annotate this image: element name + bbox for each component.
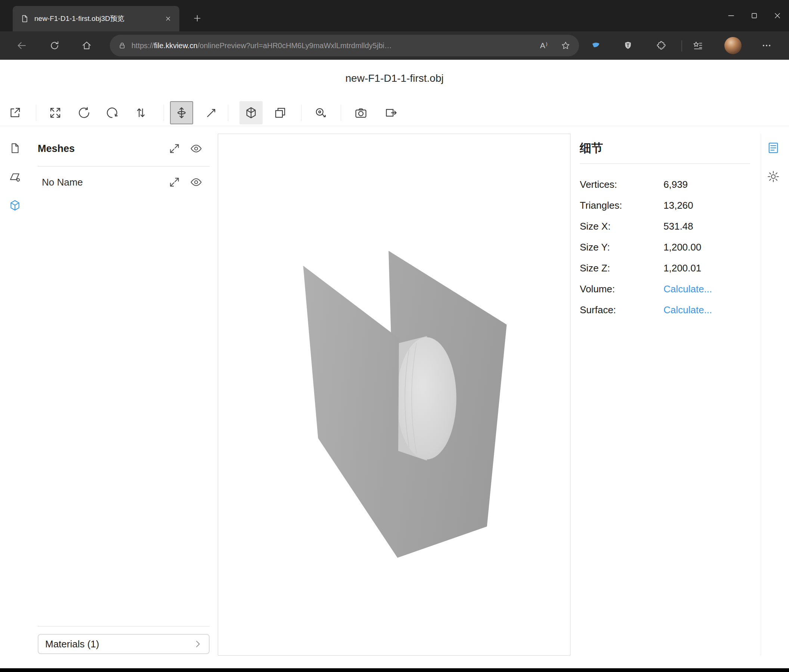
details-list-icon — [767, 141, 780, 154]
eye-icon — [190, 142, 203, 155]
tab-title: new-F1-D1-1-first.obj3D预览 — [34, 14, 157, 24]
browser-navbar: https://file.kkview.cn/onlinePreview?url… — [0, 31, 789, 60]
camera-icon — [354, 106, 367, 119]
detail-value: 531.48 — [663, 221, 693, 232]
extension-button-shield[interactable] — [618, 35, 639, 56]
window-close-button[interactable] — [766, 0, 789, 31]
window-maximize-button[interactable] — [743, 0, 766, 31]
detail-label: Size X: — [580, 221, 663, 232]
mesh-visibility-button[interactable] — [190, 176, 203, 188]
url-domain: file.kkview.cn — [154, 41, 198, 49]
fit-view-icon — [49, 106, 62, 119]
rotate-horizontal-icon — [77, 106, 91, 119]
toolbar-bottom-rule — [0, 126, 789, 126]
home-button[interactable] — [76, 35, 97, 56]
back-button[interactable] — [11, 35, 32, 56]
plane-left — [303, 266, 399, 558]
detail-value: 1,200.00 — [663, 242, 701, 253]
bird-extension-icon — [591, 40, 601, 51]
mesh-name: No Name — [42, 177, 159, 188]
model-cube-icon — [9, 199, 21, 212]
detail-value: 13,260 — [663, 200, 693, 211]
mesh-list-item[interactable]: No Name — [42, 172, 209, 192]
detail-label: Volume: — [580, 283, 663, 295]
detail-label: Triangles: — [580, 200, 663, 211]
url-text: https://file.kkview.cn/onlinePreview?url… — [131, 41, 530, 50]
materials-button[interactable]: Materials (1) — [38, 634, 209, 654]
navbar-divider — [681, 40, 682, 51]
detail-value: 1,200.01 — [663, 263, 701, 274]
orthographic-box-icon — [273, 106, 287, 119]
sidebar-materials-button[interactable] — [5, 167, 26, 188]
cylinder-cap — [397, 337, 457, 459]
move-tool-button[interactable] — [170, 101, 193, 124]
sidebar-model-button[interactable] — [5, 195, 26, 216]
chevron-right-icon — [192, 639, 203, 649]
extension-button-blue[interactable] — [585, 35, 606, 56]
shield-extension-icon — [623, 40, 633, 51]
visibility-all-button[interactable] — [190, 142, 203, 155]
flip-vertical-button[interactable] — [129, 101, 152, 124]
address-bar[interactable]: https://file.kkview.cn/onlinePreview?url… — [110, 35, 579, 56]
calculate-surface-link[interactable]: Calculate... — [663, 304, 712, 316]
detail-value: 6,939 — [663, 179, 688, 190]
expand-icon — [168, 176, 180, 188]
details-header: 细节 — [580, 140, 603, 156]
materials-icon — [9, 170, 21, 183]
new-tab-button[interactable] — [188, 10, 206, 27]
measure-line-button[interactable] — [200, 101, 223, 124]
export-icon — [385, 106, 398, 119]
mesh-zoom-button[interactable] — [168, 176, 181, 188]
measure-line-icon — [205, 106, 218, 119]
window-minimize-button[interactable] — [720, 0, 743, 31]
toolbar-divider — [228, 105, 228, 121]
perspective-cube-icon — [244, 106, 258, 119]
favorite-star-icon[interactable] — [557, 37, 574, 54]
file-icon — [9, 142, 21, 154]
settings-button[interactable] — [763, 166, 784, 187]
favorites-bar-button[interactable] — [687, 35, 708, 56]
bottom-black-bar — [0, 668, 789, 672]
browser-menu-button[interactable] — [756, 35, 777, 56]
perspective-view-button[interactable] — [240, 101, 263, 124]
rotate-horizontal-button[interactable] — [72, 101, 96, 124]
detail-row-triangles: Triangles: 13,260 — [580, 195, 750, 216]
details-toggle-button[interactable] — [763, 137, 784, 158]
favorites-list-icon — [693, 40, 703, 51]
detail-row-size-y: Size Y: 1,200.00 — [580, 237, 750, 258]
open-file-button[interactable] — [3, 101, 27, 124]
detail-row-size-x: Size X: 531.48 — [580, 216, 750, 237]
materials-divider — [38, 626, 209, 626]
meshes-header-row: Meshes — [38, 139, 209, 158]
window-controls — [720, 0, 789, 31]
refresh-icon — [50, 40, 60, 51]
calculate-volume-link[interactable]: Calculate... — [663, 283, 712, 295]
expand-all-button[interactable] — [168, 142, 181, 155]
fit-view-button[interactable] — [44, 101, 67, 124]
toolbar-divider — [301, 105, 302, 121]
browser-tab[interactable]: new-F1-D1-1-first.obj3D预览 — [13, 6, 179, 31]
puzzle-icon — [656, 40, 666, 51]
orthographic-view-button[interactable] — [268, 101, 292, 124]
toolbar-divider — [341, 105, 341, 121]
viewer-page: new-F1-D1-1-first.obj — [0, 60, 789, 672]
details-divider — [580, 164, 750, 164]
details-panel-divider — [760, 134, 761, 656]
detail-label: Vertices: — [580, 179, 663, 190]
flip-vertical-icon — [134, 106, 148, 119]
rotate-vertical-button[interactable] — [101, 101, 124, 124]
tab-close-icon[interactable] — [162, 13, 174, 25]
profile-avatar[interactable] — [724, 37, 741, 54]
lock-icon[interactable] — [118, 41, 126, 49]
read-aloud-icon[interactable]: A⁾ — [536, 37, 552, 54]
extensions-button[interactable] — [651, 35, 672, 56]
export-button[interactable] — [380, 101, 403, 124]
screenshot-button[interactable] — [349, 101, 372, 124]
sidebar-file-button[interactable] — [5, 138, 26, 159]
model-viewport[interactable] — [218, 134, 570, 656]
materials-label: Materials (1) — [45, 639, 192, 650]
detail-row-volume: Volume: Calculate... — [580, 279, 750, 299]
refresh-button[interactable] — [44, 35, 65, 56]
measure-tape-button[interactable] — [309, 101, 332, 124]
browser-window: new-F1-D1-1-first.obj3D预览 — [0, 0, 789, 672]
